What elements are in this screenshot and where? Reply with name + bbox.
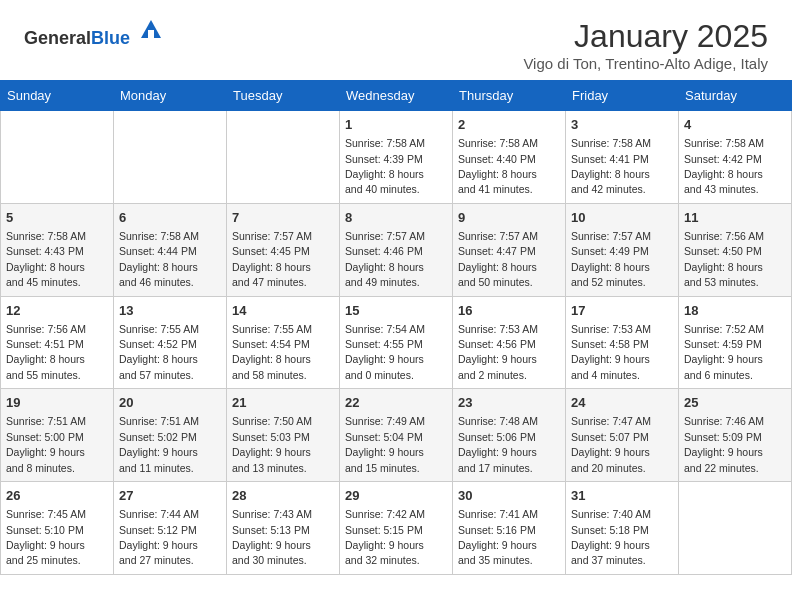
day-info: Sunrise: 7:52 AM Sunset: 4:59 PM Dayligh… [684, 323, 764, 381]
calendar-cell: 18Sunrise: 7:52 AM Sunset: 4:59 PM Dayli… [679, 296, 792, 389]
calendar-cell: 22Sunrise: 7:49 AM Sunset: 5:04 PM Dayli… [340, 389, 453, 482]
calendar-week-row: 26Sunrise: 7:45 AM Sunset: 5:10 PM Dayli… [1, 482, 792, 575]
logo-blue-text: Blue [91, 28, 130, 48]
svg-rect-1 [148, 30, 154, 38]
weekday-header: Wednesday [340, 81, 453, 111]
day-number: 1 [345, 116, 447, 134]
calendar-cell: 24Sunrise: 7:47 AM Sunset: 5:07 PM Dayli… [566, 389, 679, 482]
weekday-header: Thursday [453, 81, 566, 111]
day-info: Sunrise: 7:57 AM Sunset: 4:45 PM Dayligh… [232, 230, 312, 288]
day-number: 9 [458, 209, 560, 227]
day-info: Sunrise: 7:55 AM Sunset: 4:54 PM Dayligh… [232, 323, 312, 381]
day-info: Sunrise: 7:51 AM Sunset: 5:02 PM Dayligh… [119, 415, 199, 473]
day-info: Sunrise: 7:53 AM Sunset: 4:58 PM Dayligh… [571, 323, 651, 381]
calendar-week-row: 1Sunrise: 7:58 AM Sunset: 4:39 PM Daylig… [1, 111, 792, 204]
day-number: 11 [684, 209, 786, 227]
day-number: 18 [684, 302, 786, 320]
weekday-header: Friday [566, 81, 679, 111]
calendar-cell: 28Sunrise: 7:43 AM Sunset: 5:13 PM Dayli… [227, 482, 340, 575]
day-info: Sunrise: 7:48 AM Sunset: 5:06 PM Dayligh… [458, 415, 538, 473]
calendar-table: SundayMondayTuesdayWednesdayThursdayFrid… [0, 80, 792, 575]
day-number: 20 [119, 394, 221, 412]
title-block: January 2025 Vigo di Ton, Trentino-Alto … [523, 18, 768, 72]
day-info: Sunrise: 7:53 AM Sunset: 4:56 PM Dayligh… [458, 323, 538, 381]
day-info: Sunrise: 7:46 AM Sunset: 5:09 PM Dayligh… [684, 415, 764, 473]
weekday-header: Sunday [1, 81, 114, 111]
day-info: Sunrise: 7:41 AM Sunset: 5:16 PM Dayligh… [458, 508, 538, 566]
day-info: Sunrise: 7:58 AM Sunset: 4:41 PM Dayligh… [571, 137, 651, 195]
calendar-cell: 4Sunrise: 7:58 AM Sunset: 4:42 PM Daylig… [679, 111, 792, 204]
day-info: Sunrise: 7:58 AM Sunset: 4:39 PM Dayligh… [345, 137, 425, 195]
day-info: Sunrise: 7:58 AM Sunset: 4:40 PM Dayligh… [458, 137, 538, 195]
calendar-cell: 6Sunrise: 7:58 AM Sunset: 4:44 PM Daylig… [114, 203, 227, 296]
day-info: Sunrise: 7:40 AM Sunset: 5:18 PM Dayligh… [571, 508, 651, 566]
day-number: 21 [232, 394, 334, 412]
day-number: 15 [345, 302, 447, 320]
day-number: 2 [458, 116, 560, 134]
calendar-cell [679, 482, 792, 575]
calendar-cell: 14Sunrise: 7:55 AM Sunset: 4:54 PM Dayli… [227, 296, 340, 389]
page-location: Vigo di Ton, Trentino-Alto Adige, Italy [523, 55, 768, 72]
logo-icon [137, 16, 165, 44]
calendar-cell: 13Sunrise: 7:55 AM Sunset: 4:52 PM Dayli… [114, 296, 227, 389]
day-info: Sunrise: 7:51 AM Sunset: 5:00 PM Dayligh… [6, 415, 86, 473]
weekday-header: Tuesday [227, 81, 340, 111]
calendar-cell: 16Sunrise: 7:53 AM Sunset: 4:56 PM Dayli… [453, 296, 566, 389]
page-title: January 2025 [523, 18, 768, 55]
day-info: Sunrise: 7:49 AM Sunset: 5:04 PM Dayligh… [345, 415, 425, 473]
day-info: Sunrise: 7:42 AM Sunset: 5:15 PM Dayligh… [345, 508, 425, 566]
day-info: Sunrise: 7:58 AM Sunset: 4:43 PM Dayligh… [6, 230, 86, 288]
day-number: 7 [232, 209, 334, 227]
calendar-week-row: 12Sunrise: 7:56 AM Sunset: 4:51 PM Dayli… [1, 296, 792, 389]
calendar-cell: 15Sunrise: 7:54 AM Sunset: 4:55 PM Dayli… [340, 296, 453, 389]
calendar-cell: 20Sunrise: 7:51 AM Sunset: 5:02 PM Dayli… [114, 389, 227, 482]
calendar-cell [114, 111, 227, 204]
day-number: 5 [6, 209, 108, 227]
day-info: Sunrise: 7:43 AM Sunset: 5:13 PM Dayligh… [232, 508, 312, 566]
day-number: 17 [571, 302, 673, 320]
calendar-cell: 29Sunrise: 7:42 AM Sunset: 5:15 PM Dayli… [340, 482, 453, 575]
calendar-cell: 30Sunrise: 7:41 AM Sunset: 5:16 PM Dayli… [453, 482, 566, 575]
day-number: 16 [458, 302, 560, 320]
calendar-cell: 1Sunrise: 7:58 AM Sunset: 4:39 PM Daylig… [340, 111, 453, 204]
calendar-cell: 9Sunrise: 7:57 AM Sunset: 4:47 PM Daylig… [453, 203, 566, 296]
day-info: Sunrise: 7:57 AM Sunset: 4:49 PM Dayligh… [571, 230, 651, 288]
calendar-cell [1, 111, 114, 204]
day-number: 27 [119, 487, 221, 505]
calendar-week-row: 5Sunrise: 7:58 AM Sunset: 4:43 PM Daylig… [1, 203, 792, 296]
day-number: 26 [6, 487, 108, 505]
logo: GeneralBlue [24, 18, 165, 49]
day-number: 6 [119, 209, 221, 227]
calendar-cell: 19Sunrise: 7:51 AM Sunset: 5:00 PM Dayli… [1, 389, 114, 482]
day-number: 23 [458, 394, 560, 412]
day-info: Sunrise: 7:58 AM Sunset: 4:44 PM Dayligh… [119, 230, 199, 288]
calendar-cell: 26Sunrise: 7:45 AM Sunset: 5:10 PM Dayli… [1, 482, 114, 575]
calendar-cell: 2Sunrise: 7:58 AM Sunset: 4:40 PM Daylig… [453, 111, 566, 204]
day-number: 13 [119, 302, 221, 320]
day-info: Sunrise: 7:57 AM Sunset: 4:47 PM Dayligh… [458, 230, 538, 288]
day-number: 8 [345, 209, 447, 227]
calendar-cell: 5Sunrise: 7:58 AM Sunset: 4:43 PM Daylig… [1, 203, 114, 296]
day-info: Sunrise: 7:55 AM Sunset: 4:52 PM Dayligh… [119, 323, 199, 381]
calendar-cell: 23Sunrise: 7:48 AM Sunset: 5:06 PM Dayli… [453, 389, 566, 482]
day-info: Sunrise: 7:58 AM Sunset: 4:42 PM Dayligh… [684, 137, 764, 195]
day-number: 19 [6, 394, 108, 412]
day-number: 25 [684, 394, 786, 412]
day-info: Sunrise: 7:47 AM Sunset: 5:07 PM Dayligh… [571, 415, 651, 473]
day-number: 24 [571, 394, 673, 412]
weekday-header: Monday [114, 81, 227, 111]
day-number: 31 [571, 487, 673, 505]
day-info: Sunrise: 7:56 AM Sunset: 4:51 PM Dayligh… [6, 323, 86, 381]
logo-general-text: General [24, 28, 91, 48]
day-info: Sunrise: 7:44 AM Sunset: 5:12 PM Dayligh… [119, 508, 199, 566]
calendar-cell: 31Sunrise: 7:40 AM Sunset: 5:18 PM Dayli… [566, 482, 679, 575]
day-number: 29 [345, 487, 447, 505]
day-number: 28 [232, 487, 334, 505]
day-number: 10 [571, 209, 673, 227]
day-info: Sunrise: 7:57 AM Sunset: 4:46 PM Dayligh… [345, 230, 425, 288]
day-number: 4 [684, 116, 786, 134]
calendar-week-row: 19Sunrise: 7:51 AM Sunset: 5:00 PM Dayli… [1, 389, 792, 482]
day-number: 14 [232, 302, 334, 320]
calendar-cell [227, 111, 340, 204]
day-info: Sunrise: 7:56 AM Sunset: 4:50 PM Dayligh… [684, 230, 764, 288]
